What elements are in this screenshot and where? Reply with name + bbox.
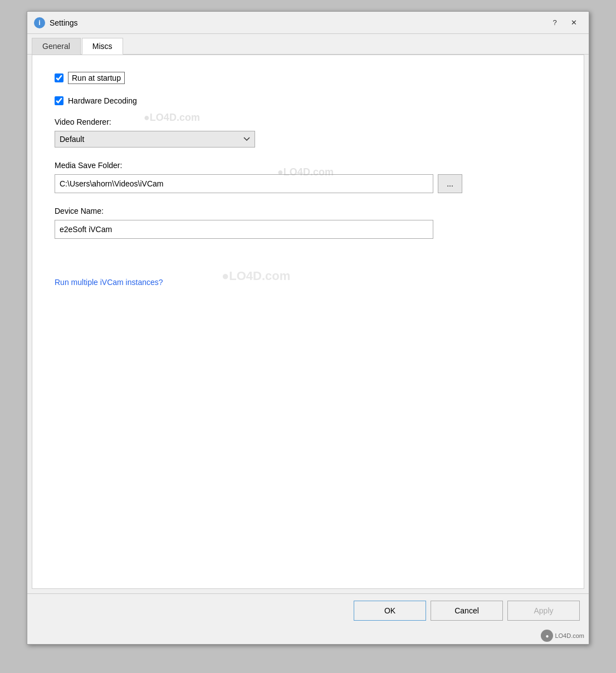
video-renderer-input-row: Default OpenGL Direct3D [55,131,561,148]
hardware-decoding-row: Hardware Decoding [55,96,561,105]
video-renderer-label: Video Renderer: [55,117,561,126]
lo4d-badge: ● LO4D.com [27,627,589,644]
browse-button[interactable]: ... [438,174,462,193]
media-save-folder-row: Media Save Folder: ... [55,161,561,193]
dialog-title: Settings [50,18,78,27]
video-renderer-select[interactable]: Default OpenGL Direct3D [55,131,255,148]
multiple-instances-section: Run multiple iVCam instances? [55,261,561,287]
tab-miscs[interactable]: Miscs [82,38,123,55]
close-button[interactable]: ✕ [565,16,582,30]
cancel-button[interactable]: Cancel [431,601,503,621]
device-name-input-row [55,220,561,239]
run-at-startup-row: Run at startup [55,72,561,84]
device-name-row: Device Name: [55,207,561,239]
media-save-folder-label: Media Save Folder: [55,161,561,170]
media-save-folder-input-row: ... [55,174,561,193]
multiple-instances-link[interactable]: Run multiple iVCam instances? [55,278,163,287]
hardware-decoding-label: Hardware Decoding [68,96,137,105]
video-renderer-row: Video Renderer: Default OpenGL Direct3D [55,117,561,148]
settings-dialog: i Settings ? ✕ General Miscs Run at star… [27,11,589,645]
app-icon: i [34,17,45,28]
tab-general[interactable]: General [32,38,81,55]
device-name-input[interactable] [55,220,433,239]
media-save-folder-input[interactable] [55,174,433,193]
content-area: Run at startup Hardware Decoding ●LO4D.c… [32,55,584,589]
title-bar-left: i Settings [34,17,78,28]
ok-button[interactable]: OK [354,601,426,621]
tab-bar: General Miscs [27,34,589,55]
title-bar-buttons: ? ✕ [546,16,582,30]
run-at-startup-label: Run at startup [68,72,125,84]
bottom-bar: OK Cancel Apply [27,593,589,627]
help-button[interactable]: ? [546,16,563,30]
lo4d-text: LO4D.com [555,632,584,639]
device-name-label: Device Name: [55,207,561,215]
lo4d-logo: ● LO4D.com [541,630,584,642]
lo4d-icon: ● [541,630,553,642]
run-at-startup-checkbox[interactable] [55,73,63,82]
title-bar: i Settings ? ✕ [27,12,589,34]
apply-button[interactable]: Apply [507,601,580,621]
hardware-decoding-checkbox[interactable] [55,96,63,105]
